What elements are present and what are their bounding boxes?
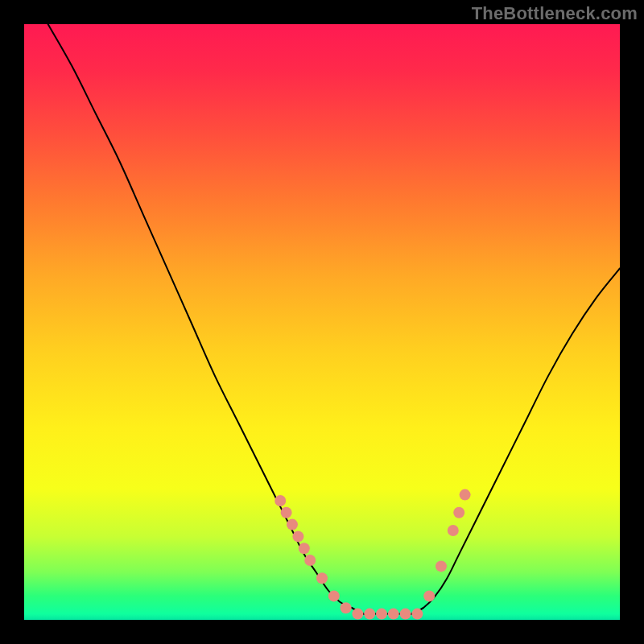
curve-lines	[48, 24, 620, 614]
highlight-dot	[460, 489, 471, 501]
highlight-dot	[388, 609, 399, 620]
highlight-dot	[400, 609, 411, 620]
valley-floor	[352, 608, 423, 614]
highlight-dot	[436, 560, 447, 572]
highlight-dots	[275, 489, 470, 620]
highlight-dot	[316, 572, 328, 584]
highlight-dot	[364, 609, 375, 620]
highlight-dot	[453, 507, 464, 518]
highlight-dot	[281, 507, 292, 518]
left-curve	[48, 24, 364, 614]
watermark-text: TheBottleneck.com	[472, 3, 638, 24]
highlight-dot	[352, 609, 363, 620]
highlight-dot	[292, 530, 303, 542]
highlight-dot	[341, 602, 352, 613]
highlight-dot	[287, 519, 298, 530]
highlight-dot	[448, 525, 459, 536]
highlight-dot	[275, 495, 286, 506]
highlight-dot	[304, 555, 316, 566]
highlight-dot	[299, 543, 310, 554]
highlight-dot	[328, 590, 340, 601]
right-curve	[411, 268, 620, 613]
highlight-dot	[376, 609, 387, 620]
plot-area	[24, 24, 620, 620]
chart-svg	[24, 24, 620, 620]
highlight-dot	[411, 609, 423, 620]
chart-stage: TheBottleneck.com	[0, 0, 644, 644]
highlight-dot	[423, 590, 435, 601]
